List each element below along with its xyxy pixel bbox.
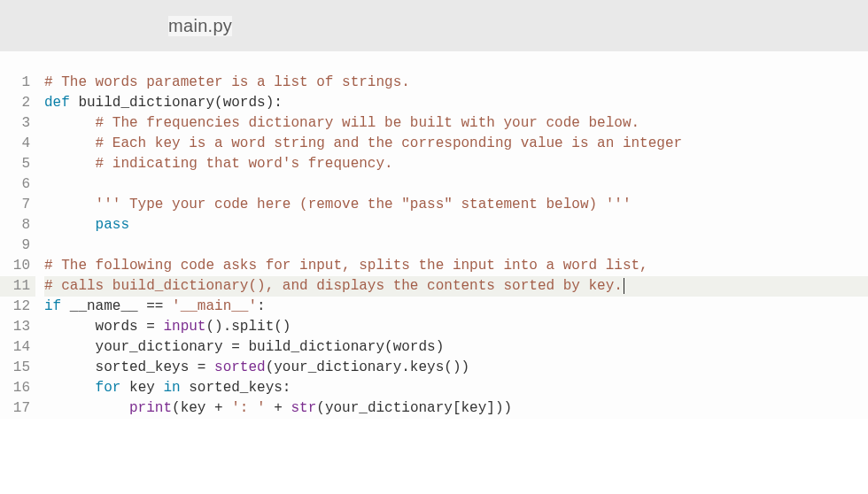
code-editor[interactable]: 1234567891011121314151617 # The words pa…	[0, 51, 868, 419]
line-number: 3	[0, 113, 35, 134]
code-line-highlighted[interactable]: # calls build_dictionary(), and displays…	[44, 276, 868, 297]
comment-text: # Each key is a word string and the corr…	[96, 135, 683, 151]
line-number: 14	[0, 337, 35, 358]
line-number: 1	[0, 73, 35, 93]
code-area[interactable]: # The words parameter is a list of strin…	[44, 73, 868, 419]
line-number: 8	[0, 215, 35, 235]
line-number: 16	[0, 378, 35, 398]
code-text: (key +	[172, 400, 231, 416]
comment-text: # indicating that word's frequency.	[96, 156, 393, 172]
keyword: if	[44, 298, 61, 314]
indent	[44, 319, 96, 335]
string-literal: ''' Type your code here (remove the "pas…	[96, 197, 632, 212]
code-line[interactable]: print(key + ': ' + str(your_dictionary[k…	[44, 398, 868, 419]
code-line[interactable]: # The words parameter is a list of strin…	[44, 73, 868, 93]
keyword: in	[163, 380, 180, 396]
indent	[44, 135, 96, 151]
line-number: 2	[0, 93, 35, 113]
code-text: (your_dictionary.keys())	[266, 359, 469, 375]
code-line[interactable]	[44, 174, 868, 195]
code-text: ().split()	[205, 319, 291, 335]
code-text: (your_dictionary[key]))	[316, 400, 512, 416]
code-text: key	[120, 380, 163, 396]
code-line[interactable]: # The following code asks for input, spl…	[44, 256, 868, 276]
line-number: 10	[0, 256, 35, 276]
indent	[44, 339, 96, 355]
code-line[interactable]: words = input().split()	[44, 317, 868, 337]
line-number-gutter: 1234567891011121314151617	[0, 73, 35, 419]
code-line[interactable]: ''' Type your code here (remove the "pas…	[44, 195, 868, 215]
builtin: sorted	[214, 359, 266, 375]
code-line[interactable]: sorted_keys = sorted(your_dictionary.key…	[44, 358, 868, 378]
line-number: 5	[0, 154, 35, 174]
code-line[interactable]: for key in sorted_keys:	[44, 378, 868, 398]
builtin: input	[163, 319, 205, 335]
indent	[44, 217, 96, 233]
code-line[interactable]	[44, 235, 868, 256]
code-line[interactable]: pass	[44, 215, 868, 235]
code-text: sorted_keys:	[181, 380, 291, 396]
editor-header: main.py	[0, 0, 868, 51]
code-line[interactable]: if __name__ == '__main__':	[44, 297, 868, 317]
active-filename-tab[interactable]: main.py	[168, 16, 232, 36]
code-line[interactable]: # Each key is a word string and the corr…	[44, 134, 868, 154]
code-text: __name__ ==	[61, 298, 172, 314]
string-literal: '__main__'	[172, 298, 257, 314]
string-literal: ': '	[231, 400, 265, 416]
builtin: print	[129, 400, 172, 416]
line-number: 4	[0, 134, 35, 154]
indent	[44, 156, 96, 172]
indent	[44, 197, 96, 212]
code-line[interactable]: # The frequencies dictionary will be bui…	[44, 113, 868, 134]
keyword: for	[96, 380, 121, 396]
line-number: 13	[0, 317, 35, 337]
line-number: 11	[0, 276, 35, 297]
line-number: 9	[0, 235, 35, 256]
keyword: pass	[96, 217, 129, 233]
code-text: sorted_keys =	[96, 359, 214, 375]
text-cursor	[624, 278, 624, 294]
line-number: 7	[0, 195, 35, 215]
line-number: 15	[0, 358, 35, 378]
code-line[interactable]: # indicating that word's frequency.	[44, 154, 868, 174]
code-line[interactable]: your_dictionary = build_dictionary(words…	[44, 337, 868, 358]
code-line[interactable]: def build_dictionary(words):	[44, 93, 868, 113]
comment-text: # calls build_dictionary(), and displays…	[44, 278, 623, 294]
line-number: 12	[0, 297, 35, 317]
keyword: def	[44, 95, 78, 111]
indent	[44, 380, 96, 396]
comment-text: # The following code asks for input, spl…	[44, 258, 648, 274]
code-text: :	[257, 298, 266, 314]
builtin: str	[291, 400, 316, 416]
code-text: +	[266, 400, 291, 416]
indent	[44, 359, 96, 375]
line-number: 6	[0, 174, 35, 195]
indent	[44, 400, 129, 416]
code-text: words =	[96, 319, 164, 335]
comment-text: # The words parameter is a list of strin…	[44, 74, 410, 90]
indent	[44, 115, 96, 131]
line-number: 17	[0, 398, 35, 419]
comment-text: # The frequencies dictionary will be bui…	[96, 115, 640, 131]
code-text: your_dictionary = build_dictionary(words…	[96, 339, 445, 355]
identifier: build_dictionary(words):	[78, 95, 282, 111]
